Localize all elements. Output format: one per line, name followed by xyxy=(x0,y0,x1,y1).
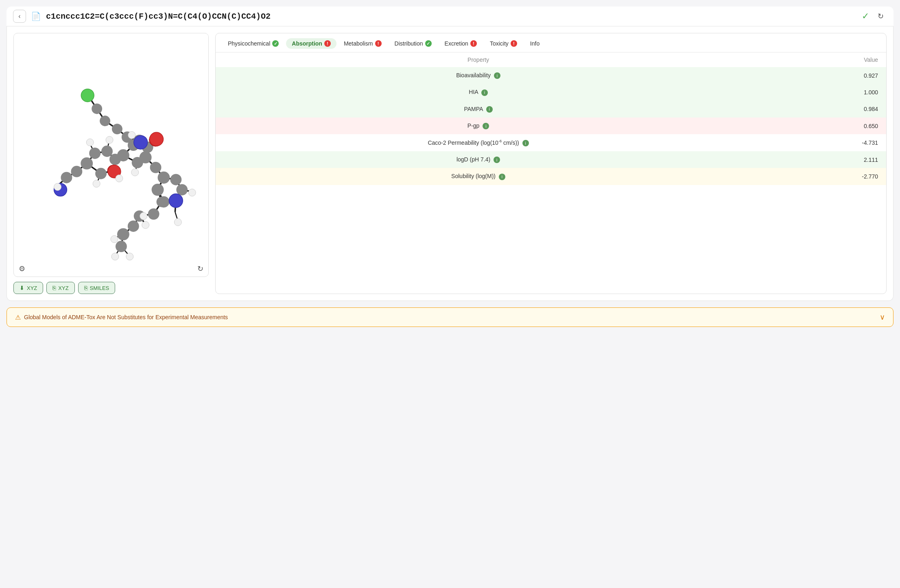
warning-icon: ⚠ xyxy=(15,314,21,321)
property-pampa: PAMPA i xyxy=(216,101,741,118)
info-icon-bioavailability[interactable]: i xyxy=(494,72,500,79)
tab-physicochemical[interactable]: Physicochemical ✓ xyxy=(222,38,284,49)
svg-point-70 xyxy=(157,197,167,207)
copy-smiles-button[interactable]: ⎘ SMILES xyxy=(78,282,116,294)
physicochemical-badge: ✓ xyxy=(272,40,279,47)
copy-smiles-label: SMILES xyxy=(90,285,109,291)
tab-info-label: Info xyxy=(530,40,540,47)
svg-point-92 xyxy=(93,180,100,187)
svg-point-103 xyxy=(140,212,147,220)
copy-icon-xyz: ⎘ xyxy=(52,285,56,291)
svg-point-58 xyxy=(89,148,100,159)
tab-toxicity[interactable]: Toxicity ! xyxy=(484,38,523,49)
svg-point-80 xyxy=(112,124,122,134)
document-icon: 📄 xyxy=(31,11,41,21)
info-icon-logd[interactable]: i xyxy=(494,157,500,163)
refresh-mol-icon: ↻ xyxy=(197,265,203,273)
tabs-row: Physicochemical ✓ Absorption ! Metabolis… xyxy=(216,33,886,52)
absorption-badge: ! xyxy=(324,40,331,47)
svg-point-96 xyxy=(54,183,61,191)
svg-point-101 xyxy=(174,218,181,226)
download-icon: ⬇ xyxy=(20,285,24,291)
col-value-header: Value xyxy=(741,52,886,67)
copy-xyz-button[interactable]: ⎘ XYZ xyxy=(46,282,74,294)
svg-point-75 xyxy=(116,241,127,252)
svg-point-97 xyxy=(188,189,196,196)
table-row: logD (pH 7.4) i 2.111 xyxy=(216,151,886,168)
info-icon-caco2[interactable]: i xyxy=(522,140,529,146)
back-icon: ‹ xyxy=(18,13,20,20)
copy-xyz-label: XYZ xyxy=(58,285,68,291)
svg-point-84 xyxy=(150,132,164,146)
svg-point-98 xyxy=(111,235,118,243)
svg-point-60 xyxy=(95,168,107,179)
value-solubility: -2.770 xyxy=(741,168,886,185)
tab-info[interactable]: Info xyxy=(524,38,545,49)
property-pgp: P-gp i xyxy=(216,118,741,134)
svg-point-57 xyxy=(101,146,113,157)
value-caco2: -4.731 xyxy=(741,134,886,151)
tab-distribution-label: Distribution xyxy=(395,40,423,47)
tab-distribution[interactable]: Distribution ✓ xyxy=(389,38,437,49)
metabolism-badge: ! xyxy=(375,40,382,47)
svg-point-62 xyxy=(109,154,121,165)
svg-point-59 xyxy=(81,157,93,170)
property-table: Property Value Bioavailability i 0.927 H… xyxy=(216,52,886,185)
download-xyz-button[interactable]: ⬇ XYZ xyxy=(13,282,43,294)
property-logd: logD (pH 7.4) i xyxy=(216,151,741,168)
svg-point-99 xyxy=(111,253,119,260)
settings-button[interactable]: ⚙ xyxy=(19,264,25,273)
smiles-formula: c1cnccc1C2=C(c3ccc(F)cc3)N=C(C4(O)CCN(C)… xyxy=(46,12,857,21)
info-icon-pgp[interactable]: i xyxy=(483,123,489,129)
download-xyz-label: XYZ xyxy=(27,285,37,291)
property-bioavailability: Bioavailability i xyxy=(216,67,741,84)
svg-point-66 xyxy=(170,174,181,185)
top-bar: ‹ 📄 c1cnccc1C2=C(c3ccc(F)cc3)N=C(C4(O)CC… xyxy=(7,7,893,26)
info-icon-solubility[interactable]: i xyxy=(499,174,505,180)
properties-panel: Physicochemical ✓ Absorption ! Metabolis… xyxy=(215,33,887,294)
tab-toxicity-label: Toxicity xyxy=(490,40,509,47)
table-row: PAMPA i 0.984 xyxy=(216,101,886,118)
molecule-footer: ⚙ ↻ xyxy=(14,261,208,277)
svg-point-76 xyxy=(71,166,82,177)
svg-point-91 xyxy=(106,136,113,144)
svg-point-63 xyxy=(150,162,162,173)
back-button[interactable]: ‹ xyxy=(13,10,26,23)
distribution-badge: ✓ xyxy=(425,40,432,47)
chevron-down-icon[interactable]: ∨ xyxy=(880,313,885,322)
molecule-svg xyxy=(14,33,208,269)
refresh-icon: ↻ xyxy=(878,12,884,20)
svg-point-87 xyxy=(169,194,183,208)
svg-point-86 xyxy=(134,135,148,149)
value-bioavailability: 0.927 xyxy=(741,67,886,84)
info-icon-pampa[interactable]: i xyxy=(486,106,493,113)
molecule-viewer: ⚙ ↻ xyxy=(13,33,209,277)
tab-physicochemical-label: Physicochemical xyxy=(228,40,270,47)
warning-left: ⚠ Global Models of ADME-Tox Are Not Subs… xyxy=(15,314,228,321)
svg-point-94 xyxy=(128,131,135,139)
property-caco2: Caco-2 Permeability (log(10-6 cm/s)) i xyxy=(216,134,741,151)
tab-metabolism-label: Metabolism xyxy=(344,40,373,47)
svg-point-102 xyxy=(142,221,149,229)
tab-absorption[interactable]: Absorption ! xyxy=(286,38,336,49)
svg-point-74 xyxy=(117,228,129,240)
refresh-button[interactable]: ↻ xyxy=(874,10,887,23)
main-content: ⚙ ↻ ⬇ XYZ ⎘ XYZ ⎘ SMILES xyxy=(7,26,893,301)
tab-absorption-label: Absorption xyxy=(292,40,322,47)
value-logd: 2.111 xyxy=(741,151,886,168)
svg-point-78 xyxy=(92,103,102,114)
copy-icon-smiles: ⎘ xyxy=(84,285,87,291)
tab-metabolism[interactable]: Metabolism ! xyxy=(338,38,387,49)
svg-point-95 xyxy=(131,169,139,176)
property-hia: HIA i xyxy=(216,84,741,100)
excretion-badge: ! xyxy=(470,40,477,47)
info-icon-hia[interactable]: i xyxy=(481,89,488,96)
svg-point-65 xyxy=(152,184,164,196)
table-row: Solubility (log(M)) i -2.770 xyxy=(216,168,886,185)
table-row: P-gp i 0.650 xyxy=(216,118,886,134)
molecule-canvas xyxy=(14,33,208,269)
tab-excretion[interactable]: Excretion ! xyxy=(439,38,483,49)
table-row: Bioavailability i 0.927 xyxy=(216,67,886,84)
svg-point-55 xyxy=(140,151,152,163)
refresh-molecule-button[interactable]: ↻ xyxy=(197,264,203,273)
